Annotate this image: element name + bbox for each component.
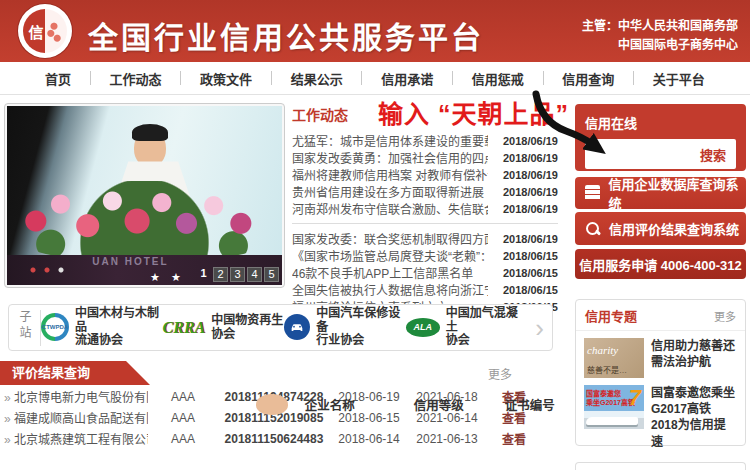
podium-flowers [21, 181, 269, 258]
evaluation-result-button[interactable]: 信用评价结果查询系统 [575, 212, 746, 245]
topics-header: 信用专题 更多 [576, 300, 745, 331]
pager-2[interactable]: 2 [213, 267, 228, 282]
news-item: 福州将建教师信用档案 对教师有偿补课行为...2018/06/19 [292, 166, 558, 183]
news-item: 《国家市场监管总局庹登夫谈“老赖”：一处...2018/06/15 [292, 247, 558, 264]
search-button[interactable]: 搜索 [690, 145, 736, 164]
news-divider [292, 223, 558, 224]
nav-separator [180, 71, 181, 85]
enterprise-database-label: 信用企业数据库查询系统 [608, 174, 746, 212]
news-date: 2018/06/19 [503, 203, 558, 215]
news-link[interactable]: 福州将建教师信用档案 对教师有偿补课行为... [292, 166, 488, 183]
supervisor-line1: 主管：中华人民共和国商务部 [582, 17, 738, 36]
nav-item-results[interactable]: 结果公示 [291, 69, 343, 88]
pager-5[interactable]: 5 [264, 267, 279, 282]
hotel-stars: ★ ★ [150, 271, 185, 284]
page: 信 全国行业信用公共服务平台 主管：中华人民共和国商务部 中国国际电子商务中心 … [0, 0, 750, 470]
logo-pattern [46, 19, 62, 43]
company-name[interactable]: 福建成顺高山食品配送有限公司 [0, 409, 148, 426]
table-header-row: 企业名称 信用等级 证书编号 颁发日期 有效期至 详细 [256, 394, 288, 415]
assoc-resources-recycling[interactable]: CRRA 中国物资再生协会 [163, 314, 285, 342]
news-link[interactable]: 贵州省信用建设在多方面取得新进展 [292, 183, 488, 200]
news-date: 2018/06/19 [503, 135, 558, 147]
cert-number: 201811150624483 [218, 432, 330, 446]
news-date: 2018/06/15 [503, 284, 558, 296]
results-more-link[interactable]: 更多 [488, 365, 512, 382]
speaker-photo: UAN HOTEL ★ ★ 1 2 3 4 5 [7, 106, 282, 285]
supervisor-info: 主管：中华人民共和国商务部 中国国际电子商务中心 [582, 17, 738, 55]
news-link[interactable]: 尤猛军：城市是信用体系建设的重要载体和着... [292, 132, 488, 149]
pager-1[interactable]: 1 [196, 267, 211, 282]
magnifier-icon [585, 221, 601, 237]
site-header: 信 全国行业信用公共服务平台 主管：中华人民共和国商务部 中国国际电子商务中心 [0, 0, 750, 62]
sub-sites-label: 子站 [9, 310, 41, 346]
nav-item-news[interactable]: 工作动态 [110, 69, 162, 88]
news-link[interactable]: 国家发改委黄勇：加强社会信用的四点建议 [292, 149, 488, 166]
nav-separator [633, 71, 634, 85]
nav-separator [90, 71, 91, 85]
nav-separator [361, 71, 362, 85]
topic-title: 国富泰邀您乘坐G2017高铁2018为信用提速 [651, 385, 737, 450]
annotation-text: 输入 “天朝上品” [378, 94, 569, 130]
nav-item-policy[interactable]: 政策文件 [200, 69, 252, 88]
nav-item-promise[interactable]: 信用承诺 [381, 69, 433, 88]
assoc-aerated-concrete[interactable]: ALA 中国加气混凝土 协会 [406, 307, 528, 348]
news-link[interactable]: 国家发改委：联合奖惩机制取得四方面最新进... [292, 230, 488, 247]
nav-item-punish[interactable]: 信用惩戒 [472, 69, 524, 88]
news-item: 河南郑州发布守信联合激励、失信联合惩戒清...2018/06/19 [292, 200, 558, 217]
nav-item-query[interactable]: 信用查询 [562, 69, 614, 88]
nav-separator [271, 71, 272, 85]
train-icon [586, 417, 638, 425]
topic-item-charity[interactable]: charity 慈善不是… 信用助力慈善还需法治护航 [576, 331, 745, 378]
assoc-name: 中国木材与木制品 流通协会 [75, 307, 163, 348]
thumb-text: 国富泰邀您 乘坐G2017高铁 [586, 389, 635, 407]
ctwpda-logo-icon: CTWPDA [41, 313, 69, 341]
table-row: 北京城燕建筑工程有限公司 AAA 201811150624483 2018-06… [0, 428, 556, 449]
nav-item-home[interactable]: 首页 [45, 69, 71, 88]
credit-search-input[interactable] [585, 141, 690, 167]
issue-date: 2018-06-14 [330, 432, 408, 446]
pager-3[interactable]: 3 [230, 267, 245, 282]
news-section: 工作动态 尤猛军：城市是信用体系建设的重要载体和着...2018/06/19 国… [292, 104, 558, 315]
evaluation-result-label: 信用评价结果查询系统 [609, 219, 739, 238]
news-link[interactable]: 46款不良手机APP上工信部黑名单 [292, 264, 488, 281]
podium-decoration [29, 267, 69, 273]
col-grade: 信用等级 [404, 395, 474, 414]
sub-sites-band: 子站 CTWPDA 中国木材与木制品 流通协会 CRRA 中国物资再生协会 中国… [8, 304, 553, 351]
news-link[interactable]: 《国家市场监管总局庹登夫谈“老赖”：一处... [292, 247, 488, 264]
service-apply-label: 信用服务申请 4006-400-312 [579, 255, 742, 274]
nav-separator [452, 71, 453, 85]
news-link[interactable]: 河南郑州发布守信联合激励、失信联合惩戒清... [292, 200, 488, 217]
thumb-digit: 7 [629, 385, 641, 411]
enterprise-database-button[interactable]: 信用企业数据库查询系统 [575, 177, 746, 209]
charity-thumbnail: charity 慈善不是… [584, 338, 644, 378]
band-next-arrow-icon[interactable]: › [527, 315, 552, 341]
topics-title: 信用专题 [585, 306, 637, 325]
news-link[interactable]: 全国失信被执行人数据信息将向浙江宁波公共... [292, 281, 488, 298]
site-logo-icon[interactable]: 信 [18, 4, 72, 58]
assoc-name: 中国物资再生协会 [211, 314, 284, 342]
nav-item-about[interactable]: 关于平台 [653, 69, 705, 88]
news-photo-slider[interactable]: UAN HOTEL ★ ★ 1 2 3 4 5 [4, 103, 285, 288]
view-link[interactable]: 查看 [486, 430, 542, 447]
service-apply-bar[interactable]: 信用服务申请 4006-400-312 [575, 249, 746, 279]
valid-date: 2021-06-13 [408, 432, 486, 446]
topic-item-train[interactable]: 国富泰邀您 乘坐G2017高铁 7 国富泰邀您乘坐G2017高铁2018为信用提… [576, 378, 745, 450]
car-logo-icon [284, 314, 310, 340]
assoc-auto-maintenance[interactable]: 中国汽车保修设备 行业协会 [284, 307, 406, 348]
topics-more-link[interactable]: 更多 [714, 308, 736, 324]
main-nav: 首页 工作动态 政策文件 结果公示 信用承诺 信用惩戒 信用查询 关于平台 [0, 62, 750, 95]
news-item: 尤猛军：城市是信用体系建设的重要载体和着...2018/06/19 [292, 132, 558, 149]
company-name[interactable]: 北京博电新力电气股份有限公司 [0, 388, 148, 405]
company-name[interactable]: 北京城燕建筑工程有限公司 [0, 430, 148, 447]
col-company: 企业名称 [256, 395, 404, 414]
ala-logo-icon: ALA [406, 318, 440, 337]
assoc-wood-products[interactable]: CTWPDA 中国木材与木制品 流通协会 [41, 307, 163, 348]
logo-seal: 信 [23, 9, 67, 53]
thumb-text: charity [587, 344, 618, 356]
topic-title: 信用助力慈善还需法治护航 [651, 338, 737, 378]
slider-pagination: 1 2 3 4 5 [196, 267, 279, 282]
credit-grade: AAA [148, 432, 218, 446]
news-item: 全国失信被执行人数据信息将向浙江宁波公共...2018/06/15 [292, 281, 558, 298]
crra-logo-icon: CRRA [163, 319, 206, 337]
pager-4[interactable]: 4 [247, 267, 262, 282]
